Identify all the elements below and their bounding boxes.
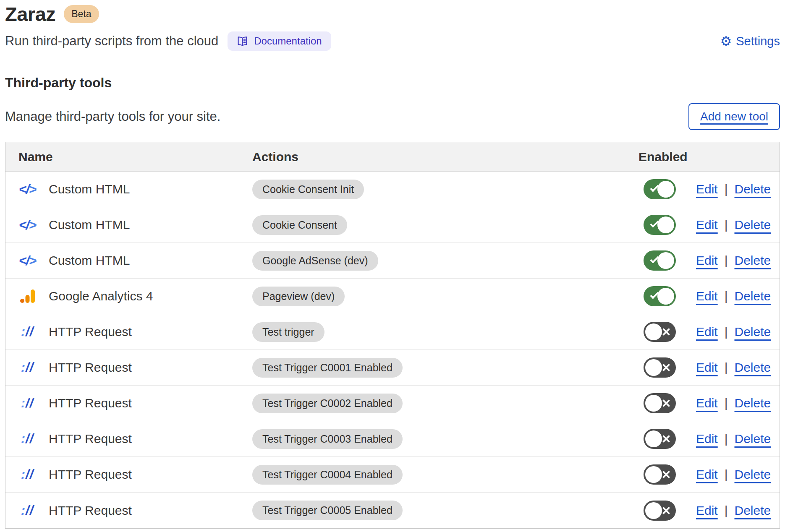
add-new-tool-button[interactable]: Add new tool bbox=[688, 103, 780, 130]
custom-html-icon: </> bbox=[18, 182, 36, 197]
edit-link[interactable]: Edit bbox=[696, 467, 718, 482]
http-request-icon: :// bbox=[18, 467, 36, 482]
table-row: :// HTTP Request Test trigger Edit|Delet… bbox=[5, 314, 780, 350]
table-row: :// HTTP Request Test Trigger C0004 Enab… bbox=[5, 457, 780, 493]
book-icon bbox=[237, 36, 248, 47]
cross-icon bbox=[662, 506, 671, 515]
link-separator: | bbox=[725, 503, 728, 518]
table-row: :// HTTP Request Test Trigger C0005 Enab… bbox=[5, 493, 780, 528]
cross-icon bbox=[662, 327, 671, 336]
link-separator: | bbox=[725, 360, 728, 375]
action-badge: Test Trigger C0002 Enabled bbox=[252, 394, 403, 413]
enabled-toggle[interactable] bbox=[644, 322, 676, 342]
custom-html-icon: </> bbox=[18, 217, 36, 233]
custom-html-icon: </> bbox=[18, 253, 36, 269]
http-request-icon: :// bbox=[18, 503, 36, 518]
http-request-icon: :// bbox=[18, 431, 36, 446]
enabled-toggle[interactable] bbox=[644, 286, 676, 306]
column-header-name: Name bbox=[5, 150, 252, 164]
tool-name: Custom HTML bbox=[49, 218, 130, 232]
page-header: Zaraz Beta Run third-party scripts from … bbox=[5, 3, 780, 51]
action-badge: Test Trigger C0004 Enabled bbox=[252, 465, 403, 485]
edit-link[interactable]: Edit bbox=[696, 289, 718, 303]
delete-link[interactable]: Delete bbox=[735, 503, 771, 518]
column-header-actions: Actions bbox=[252, 150, 638, 164]
delete-link[interactable]: Delete bbox=[735, 182, 771, 196]
toggle-knob bbox=[657, 181, 674, 198]
enabled-toggle[interactable] bbox=[644, 393, 676, 413]
link-separator: | bbox=[725, 289, 728, 303]
tool-name: HTTP Request bbox=[49, 467, 132, 482]
google-analytics-icon bbox=[18, 289, 36, 304]
edit-link[interactable]: Edit bbox=[696, 503, 718, 518]
section-heading: Third-party tools bbox=[5, 75, 780, 91]
enabled-toggle[interactable] bbox=[644, 250, 676, 271]
tool-name: HTTP Request bbox=[49, 325, 132, 339]
action-badge: Test trigger bbox=[252, 322, 324, 342]
section-description: Manage third-party tools for your site. bbox=[5, 109, 220, 124]
http-request-icon: :// bbox=[18, 324, 36, 339]
link-separator: | bbox=[725, 396, 728, 410]
link-separator: | bbox=[725, 218, 728, 232]
link-separator: | bbox=[725, 325, 728, 339]
edit-link[interactable]: Edit bbox=[696, 396, 718, 410]
enabled-toggle[interactable] bbox=[644, 429, 676, 449]
delete-link[interactable]: Delete bbox=[735, 253, 771, 268]
enabled-toggle[interactable] bbox=[644, 464, 676, 485]
enabled-toggle[interactable] bbox=[644, 357, 676, 378]
enabled-toggle[interactable] bbox=[644, 501, 676, 521]
cross-icon bbox=[662, 363, 671, 372]
action-badge: Test Trigger C0003 Enabled bbox=[252, 429, 403, 449]
table-row: :// HTTP Request Test Trigger C0002 Enab… bbox=[5, 386, 780, 421]
toggle-knob bbox=[645, 359, 662, 376]
settings-link[interactable]: ⚙ Settings bbox=[720, 34, 780, 48]
delete-link[interactable]: Delete bbox=[735, 467, 771, 482]
enabled-toggle[interactable] bbox=[644, 179, 676, 199]
edit-link[interactable]: Edit bbox=[696, 325, 718, 339]
table-row: Google Analytics 4 Pageview (dev) Edit|D… bbox=[5, 279, 780, 314]
tool-name: HTTP Request bbox=[49, 503, 132, 518]
tool-name: Google Analytics 4 bbox=[49, 289, 153, 303]
toggle-knob bbox=[657, 216, 674, 233]
page-title: Zaraz bbox=[5, 3, 55, 26]
edit-link[interactable]: Edit bbox=[696, 218, 718, 232]
cross-icon bbox=[662, 470, 671, 479]
table-row: :// HTTP Request Test Trigger C0003 Enab… bbox=[5, 421, 780, 457]
documentation-link[interactable]: Documentation bbox=[228, 31, 331, 51]
tool-name: Custom HTML bbox=[49, 253, 130, 268]
delete-link[interactable]: Delete bbox=[735, 396, 771, 410]
edit-link[interactable]: Edit bbox=[696, 253, 718, 268]
page-subtitle: Run third-party scripts from the cloud bbox=[5, 34, 218, 49]
enabled-toggle[interactable] bbox=[644, 215, 676, 235]
table-row: </> Custom HTML Cookie Consent Edit|Dele… bbox=[5, 207, 780, 243]
table-header: Name Actions Enabled bbox=[5, 142, 780, 172]
delete-link[interactable]: Delete bbox=[735, 218, 771, 232]
delete-link[interactable]: Delete bbox=[735, 289, 771, 303]
link-separator: | bbox=[725, 432, 728, 446]
add-new-tool-label: Add new tool bbox=[700, 110, 768, 123]
toggle-knob bbox=[657, 252, 674, 269]
title-row: Zaraz Beta bbox=[5, 3, 780, 26]
delete-link[interactable]: Delete bbox=[735, 432, 771, 446]
documentation-label: Documentation bbox=[254, 35, 322, 47]
cross-icon bbox=[662, 399, 671, 408]
table-row: </> Custom HTML Google AdSense (dev) Edi… bbox=[5, 243, 780, 279]
cross-icon bbox=[662, 434, 671, 443]
third-party-tools-table: Name Actions Enabled </> Custom HTML Coo… bbox=[5, 142, 780, 529]
toggle-knob bbox=[645, 395, 662, 412]
gear-icon: ⚙ bbox=[720, 35, 732, 48]
tool-name: HTTP Request bbox=[49, 360, 132, 375]
link-separator: | bbox=[725, 253, 728, 268]
column-header-enabled: Enabled bbox=[638, 150, 780, 164]
toggle-knob bbox=[645, 502, 662, 519]
tool-name: HTTP Request bbox=[49, 432, 132, 446]
edit-link[interactable]: Edit bbox=[696, 360, 718, 375]
link-separator: | bbox=[725, 182, 728, 196]
action-badge: Test Trigger C0005 Enabled bbox=[252, 501, 403, 520]
toggle-knob bbox=[645, 323, 662, 340]
edit-link[interactable]: Edit bbox=[696, 182, 718, 196]
http-request-icon: :// bbox=[18, 396, 36, 411]
delete-link[interactable]: Delete bbox=[735, 360, 771, 375]
delete-link[interactable]: Delete bbox=[735, 325, 771, 339]
edit-link[interactable]: Edit bbox=[696, 432, 718, 446]
